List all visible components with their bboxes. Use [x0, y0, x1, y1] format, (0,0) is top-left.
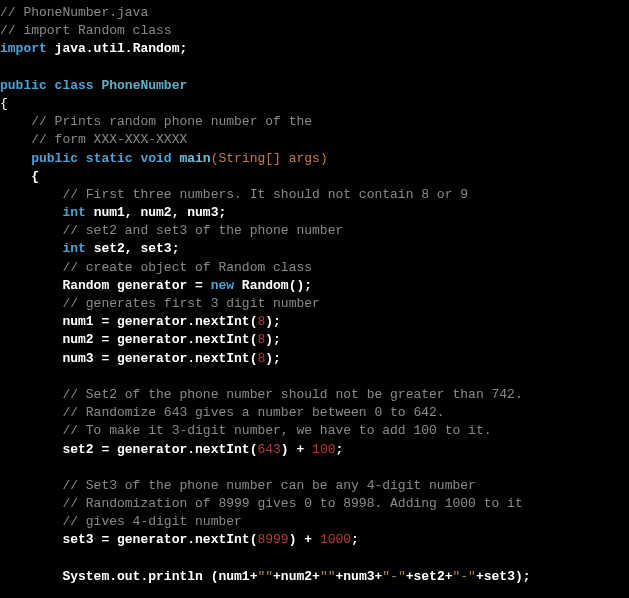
comment: // Randomization of 8999 gives 0 to 8998…: [0, 496, 523, 511]
keyword-static: static: [78, 151, 133, 166]
brace: {: [0, 169, 39, 184]
code-text: ;: [335, 442, 343, 457]
comment: // create object of Random class: [0, 260, 312, 275]
number-literal: 1000: [320, 532, 351, 547]
code-text: +num2+: [273, 569, 320, 584]
code-text: +num3+: [335, 569, 382, 584]
code-text: ) +: [281, 442, 312, 457]
code-text: +set3);: [476, 569, 531, 584]
comment: // form XXX-XXX-XXXX: [0, 132, 187, 147]
keyword-int: int: [62, 241, 85, 256]
paren: ): [320, 151, 328, 166]
keyword-void: void: [133, 151, 172, 166]
string-literal: "": [257, 569, 273, 584]
number-literal: 100: [312, 442, 335, 457]
comment: // Set3 of the phone number can be any 4…: [0, 478, 476, 493]
code-block: // PhoneNumber.java // import Random cla…: [0, 0, 629, 598]
code-text: Random();: [234, 278, 312, 293]
keyword-class: class: [47, 78, 102, 93]
comment: // PhoneNumber.java: [0, 5, 148, 20]
comment: // Prints random phone number of the: [0, 114, 312, 129]
comment: // set2 and set3 of the phone number: [0, 223, 343, 238]
code-text: );: [265, 314, 281, 329]
code-text: System.out.println (num1+: [0, 569, 257, 584]
keyword-new: new: [211, 278, 234, 293]
code-text: +set2+: [406, 569, 453, 584]
string-literal: "-": [453, 569, 476, 584]
comment: // Set2 of the phone number should not b…: [0, 387, 523, 402]
code-text: set3 = generator.nextInt(: [0, 532, 257, 547]
indent: [0, 241, 62, 256]
keyword-int: int: [62, 205, 85, 220]
code-text: );: [265, 351, 281, 366]
code-text: );: [265, 332, 281, 347]
code-text: ;: [351, 532, 359, 547]
param-type: String[] args: [218, 151, 319, 166]
code-text: Random generator =: [0, 278, 211, 293]
code-text: ) +: [289, 532, 320, 547]
code-text: num1 = generator.nextInt(: [0, 314, 257, 329]
code-text: num3 = generator.nextInt(: [0, 351, 257, 366]
string-literal: "-": [382, 569, 405, 584]
brace: {: [0, 96, 8, 111]
var-decl: set2, set3;: [86, 241, 180, 256]
class-name: PhoneNumber: [101, 78, 187, 93]
code-text: set2 = generator.nextInt(: [0, 442, 257, 457]
code-text: num2 = generator.nextInt(: [0, 332, 257, 347]
number-literal: 643: [257, 442, 280, 457]
code-text: java.util.Random;: [47, 41, 187, 56]
method-main: main: [172, 151, 211, 166]
comment: // To make it 3-digit number, we have to…: [0, 423, 491, 438]
keyword-public: public: [0, 78, 47, 93]
indent: [0, 205, 62, 220]
comment: // First three numbers. It should not co…: [0, 187, 468, 202]
comment: // import Random class: [0, 23, 172, 38]
string-literal: "": [320, 569, 336, 584]
var-decl: num1, num2, num3;: [86, 205, 226, 220]
keyword-import: import: [0, 41, 47, 56]
comment: // Randomize 643 gives a number between …: [0, 405, 445, 420]
indent: [0, 151, 31, 166]
comment: // generates first 3 digit number: [0, 296, 320, 311]
comment: // gives 4-digit number: [0, 514, 242, 529]
keyword-public: public: [31, 151, 78, 166]
number-literal: 8999: [257, 532, 288, 547]
